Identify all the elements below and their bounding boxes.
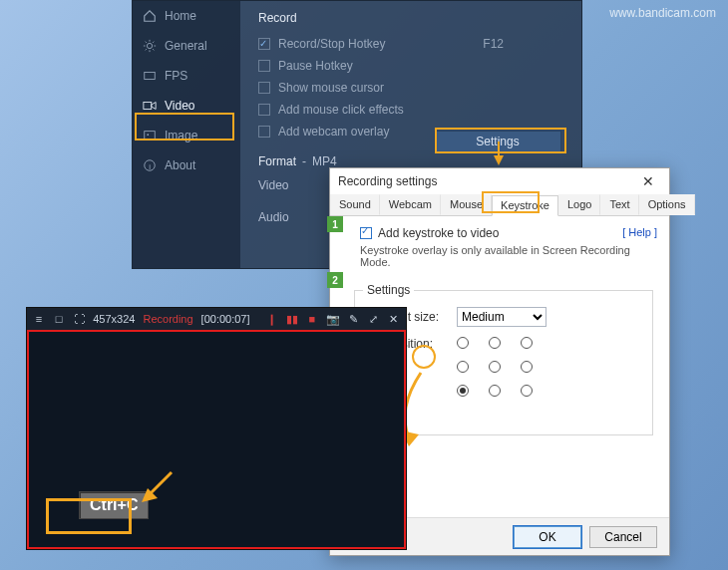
keystroke-note: Keystroke overlay is only available in S… <box>360 244 657 268</box>
close-button[interactable]: ✕ <box>635 168 661 194</box>
label-record-hotkey: Record/Stop Hotkey <box>278 37 385 51</box>
radio-top-right[interactable] <box>521 337 533 349</box>
sidebar-item-label: General <box>165 39 207 53</box>
checkbox-webcam-overlay[interactable] <box>258 126 270 138</box>
label-mouse-cursor: Show mouse cursor <box>278 81 384 95</box>
position-radio-grid <box>457 337 543 405</box>
camera-icon[interactable]: 📷 <box>326 312 340 326</box>
tab-options[interactable]: Options <box>639 194 695 215</box>
radio-top-left[interactable] <box>457 337 469 349</box>
format-row: Format - MP4 <box>258 154 563 168</box>
mic-icon[interactable]: ❙ <box>266 312 278 326</box>
home-icon <box>143 9 157 23</box>
sidebar-item-label: About <box>165 158 195 172</box>
tab-webcam[interactable]: Webcam <box>380 194 441 215</box>
fps-icon <box>143 69 157 83</box>
recording-size: 457x324 <box>93 313 135 325</box>
label-webcam-overlay: Add webcam overlay <box>278 125 389 139</box>
row-mouse-cursor: Show mouse cursor <box>258 77 563 99</box>
label-click-effects: Add mouse click effects <box>278 103 404 117</box>
svg-rect-2 <box>144 103 152 110</box>
radio-bottom-center[interactable] <box>489 385 501 397</box>
svg-text:i: i <box>149 162 151 171</box>
dialog-title: Recording settings <box>338 174 437 188</box>
format-dash: - <box>302 154 306 168</box>
row-pause-hotkey: Pause Hotkey <box>258 55 563 77</box>
radio-bottom-left[interactable] <box>457 385 469 397</box>
row-font-size: Font size: Medium <box>387 307 638 327</box>
sidebar-item-image[interactable]: Image <box>133 121 240 150</box>
video-icon <box>143 99 157 113</box>
record-section-title: Record <box>258 11 563 25</box>
radio-mid-left[interactable] <box>457 361 469 373</box>
sidebar-item-general[interactable]: General <box>133 31 240 61</box>
format-label: Format <box>258 154 296 168</box>
diagonal-arrow-icon <box>138 466 178 506</box>
help-link[interactable]: [ Help ] <box>622 226 657 238</box>
checkbox-pause-hotkey[interactable] <box>258 60 270 72</box>
svg-point-4 <box>147 134 149 136</box>
svg-line-8 <box>150 472 172 494</box>
svg-rect-3 <box>145 132 156 141</box>
radio-mid-right[interactable] <box>521 361 533 373</box>
sidebar-item-video[interactable]: Video <box>133 91 240 121</box>
sidebar-item-label: Home <box>165 9 196 23</box>
gear-icon <box>143 39 157 53</box>
checkbox-record-hotkey[interactable] <box>258 38 270 50</box>
monitor-icon[interactable]: □ <box>53 312 65 326</box>
sidebar: Home General FPS Video Image i About <box>133 1 240 268</box>
arrow-down-icon <box>494 155 504 165</box>
expand-icon[interactable]: ⤢ <box>368 312 380 326</box>
tab-text[interactable]: Text <box>600 194 638 215</box>
close-icon[interactable]: ✕ <box>388 312 400 326</box>
fullscreen-icon[interactable]: ⛶ <box>73 312 85 326</box>
recording-time: [00:00:07] <box>201 313 250 325</box>
image-icon <box>143 129 157 142</box>
cancel-button[interactable]: Cancel <box>589 526 657 548</box>
row-add-keystroke: Add keystroke to video <box>360 226 657 240</box>
radio-top-center[interactable] <box>489 337 501 349</box>
dialog-tabs: Sound Webcam Mouse Keystroke Logo Text O… <box>330 194 669 216</box>
checkbox-add-keystroke[interactable] <box>360 227 372 239</box>
stop-icon[interactable]: ■ <box>306 312 318 326</box>
sidebar-item-label: Video <box>165 99 194 113</box>
recording-preview-window: ≡ □ ⛶ 457x324 Recording [00:00:07] ❙ ▮▮ … <box>26 307 407 550</box>
dialog-titlebar: Recording settings ✕ <box>330 168 669 194</box>
row-record-hotkey: Record/Stop Hotkey F12 <box>258 33 563 55</box>
radio-bottom-right[interactable] <box>521 385 533 397</box>
radio-mid-center[interactable] <box>489 361 501 373</box>
step-badge-2: 2 <box>327 272 343 288</box>
label-add-keystroke: Add keystroke to video <box>378 226 499 240</box>
step-badge-1: 1 <box>327 216 343 232</box>
tab-sound[interactable]: Sound <box>330 194 380 215</box>
svg-rect-1 <box>145 73 156 80</box>
checkbox-click-effects[interactable] <box>258 104 270 116</box>
draw-icon[interactable]: ✎ <box>348 312 360 326</box>
format-value: MP4 <box>312 154 337 168</box>
sidebar-item-label: Image <box>165 129 197 142</box>
tab-keystroke[interactable]: Keystroke <box>492 195 558 216</box>
sidebar-item-fps[interactable]: FPS <box>133 61 240 91</box>
sidebar-item-home[interactable]: Home <box>133 1 240 31</box>
value-record-hotkey: F12 <box>483 37 504 51</box>
row-click-effects: Add mouse click effects <box>258 99 563 121</box>
watermark: www.bandicam.com <box>609 6 716 20</box>
menu-icon[interactable]: ≡ <box>33 312 45 326</box>
checkbox-mouse-cursor[interactable] <box>258 82 270 94</box>
recording-status: Recording <box>143 313 192 325</box>
pause-icon[interactable]: ▮▮ <box>286 312 298 326</box>
tab-logo[interactable]: Logo <box>558 194 600 215</box>
font-size-select[interactable]: Medium <box>457 307 546 327</box>
info-icon: i <box>143 158 157 172</box>
ok-button[interactable]: OK <box>514 526 581 548</box>
sidebar-item-label: FPS <box>165 69 187 83</box>
recording-toolbar: ≡ □ ⛶ 457x324 Recording [00:00:07] ❙ ▮▮ … <box>27 308 406 330</box>
sidebar-item-about[interactable]: i About <box>133 150 240 180</box>
label-pause-hotkey: Pause Hotkey <box>278 59 353 73</box>
fieldset-legend: Settings <box>363 283 414 297</box>
svg-point-0 <box>147 43 152 48</box>
tab-mouse[interactable]: Mouse <box>441 194 492 215</box>
